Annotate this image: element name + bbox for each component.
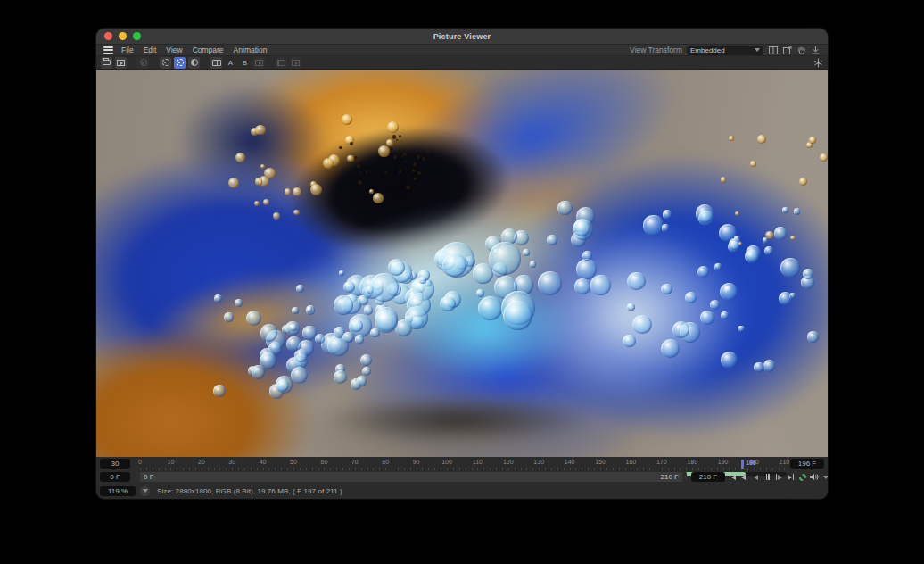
bubble <box>405 306 428 329</box>
bubble <box>386 139 393 146</box>
status-bar: 119 % Size: 2880x1800, RGB (8 Bit), 19.7… <box>96 485 828 497</box>
bubble <box>809 137 816 144</box>
bubble <box>393 155 397 159</box>
bubble <box>627 303 634 311</box>
bubble <box>632 315 651 334</box>
bubble <box>643 215 664 236</box>
current-frame-field[interactable]: 196 F <box>790 459 824 469</box>
sound-button[interactable] <box>809 472 819 482</box>
bubble <box>378 145 390 157</box>
ruler-tick-label: 180 <box>687 459 697 465</box>
bubble <box>214 294 222 303</box>
menu-view[interactable]: View <box>166 46 182 54</box>
pop-out-icon[interactable] <box>782 46 792 55</box>
bubble <box>820 153 828 162</box>
menu-edit[interactable]: Edit <box>144 46 157 54</box>
set-a-button[interactable]: A <box>225 57 236 69</box>
bubble <box>354 156 358 160</box>
bubble <box>334 370 347 384</box>
range-start-field[interactable]: 0 F <box>100 472 130 482</box>
zoom-level-field[interactable]: 119 % <box>100 486 136 496</box>
bubble <box>255 125 265 135</box>
step-backward-button[interactable] <box>739 472 749 482</box>
range-end-label: 210 F <box>661 473 679 481</box>
timeline-panel: 30 196 010203040506070809010011012013014… <box>96 457 828 499</box>
bubble <box>293 187 301 196</box>
bubble <box>399 170 401 172</box>
bubble <box>574 278 590 294</box>
bubble <box>264 168 275 178</box>
bubble <box>375 310 398 333</box>
zoom-dropdown-button[interactable] <box>140 486 150 496</box>
menu-bar: File Edit View Compare Animation View Tr… <box>96 45 828 56</box>
folder-open-icon[interactable] <box>101 57 112 69</box>
bubble <box>359 172 361 174</box>
bubble <box>627 272 645 290</box>
bubble <box>663 210 672 220</box>
pin-icon[interactable] <box>811 46 821 55</box>
step-forward-button[interactable] <box>774 472 784 482</box>
bubble <box>745 250 759 264</box>
gear-icon[interactable] <box>160 57 171 69</box>
ruler-tick-label: 20 <box>198 459 205 465</box>
view-transform-dropdown[interactable]: Embedded <box>687 46 763 55</box>
copy-icon[interactable] <box>276 57 287 69</box>
range-slider[interactable]: 0 F 210 F <box>136 472 687 482</box>
hand-icon[interactable] <box>796 46 806 55</box>
bubble <box>442 253 466 277</box>
dock-icon[interactable] <box>813 58 823 68</box>
jump-end-button[interactable] <box>786 472 796 482</box>
window-title: Picture Viewer <box>96 32 828 41</box>
bubble <box>763 360 776 372</box>
bubble <box>357 164 360 168</box>
ruler-tick-label: 190 <box>718 459 729 465</box>
contrast-icon[interactable] <box>188 57 200 69</box>
hamburger-menu-icon[interactable] <box>103 46 113 54</box>
bubble <box>260 324 278 342</box>
jump-start-button[interactable] <box>728 472 738 482</box>
ruler-tick-label: 50 <box>290 459 297 465</box>
bubble <box>735 212 739 216</box>
split-view-icon[interactable] <box>768 46 778 55</box>
image-canvas[interactable] <box>96 70 828 457</box>
bubble <box>794 208 801 215</box>
bubble <box>422 157 425 161</box>
render-settings-icon[interactable] <box>174 57 186 69</box>
title-bar[interactable]: Picture Viewer <box>96 29 828 45</box>
bubble <box>403 153 407 156</box>
bubble <box>780 258 800 278</box>
cancel-render-icon[interactable] <box>137 57 149 69</box>
bubble <box>489 242 521 274</box>
range-end-field[interactable]: 210 F <box>691 472 725 482</box>
menu-animation[interactable]: Animation <box>234 46 268 54</box>
timeline-ruler[interactable]: 196 010203040506070809010011012013014015… <box>136 459 787 470</box>
save-icon[interactable] <box>115 57 127 69</box>
bubble <box>440 296 456 312</box>
bubble <box>757 135 765 143</box>
menu-compare[interactable]: Compare <box>193 46 224 54</box>
bubble <box>364 305 373 314</box>
loop-button[interactable] <box>797 472 807 482</box>
set-b-button[interactable]: B <box>239 57 251 69</box>
range-start-label: 0 F <box>144 473 154 481</box>
bubble <box>547 235 557 245</box>
playhead[interactable] <box>741 460 744 469</box>
pause-button[interactable] <box>763 472 772 482</box>
playback-options-button[interactable] <box>821 472 828 482</box>
bubble <box>765 231 774 240</box>
fps-field[interactable]: 30 <box>100 459 130 469</box>
bubble <box>399 135 402 138</box>
bubble <box>476 289 484 297</box>
swap-ab-icon[interactable] <box>253 57 265 69</box>
bubble <box>661 284 672 295</box>
bubble <box>672 321 689 338</box>
image-info-text: Size: 2880x1800, RGB (8 Bit), 19.76 MB, … <box>157 487 342 495</box>
ruler-tick-label: 90 <box>413 459 420 465</box>
bubble <box>341 168 343 170</box>
paste-icon[interactable] <box>290 57 301 69</box>
play-backward-button[interactable] <box>751 472 761 482</box>
menu-file[interactable]: File <box>121 46 134 54</box>
ruler-minor-ticks <box>140 468 787 470</box>
ruler-tick-label: 170 <box>656 459 667 465</box>
ab-compare-icon[interactable] <box>210 57 222 69</box>
